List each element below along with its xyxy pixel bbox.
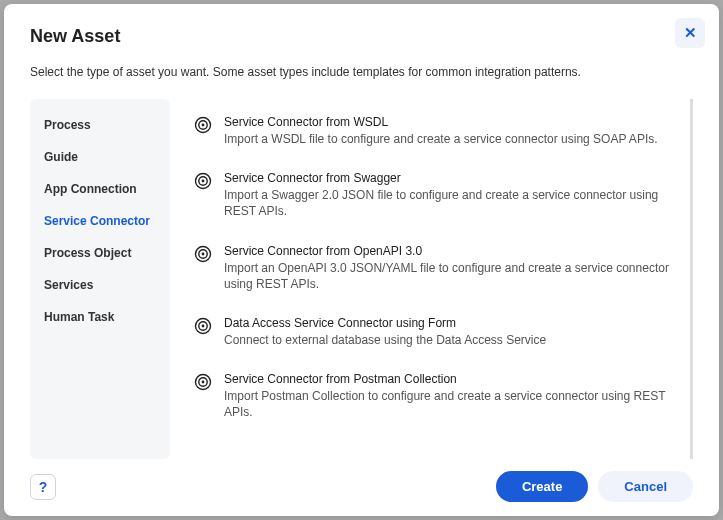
sidebar-item-human-task[interactable]: Human Task [30, 301, 170, 333]
svg-point-14 [202, 381, 205, 384]
sidebar-item-label: Services [44, 278, 93, 292]
target-icon [194, 317, 212, 335]
option-title: Data Access Service Connector using Form [224, 316, 670, 330]
sidebar-item-label: Process [44, 118, 91, 132]
svg-point-5 [202, 180, 205, 183]
sidebar-item-label: Guide [44, 150, 78, 164]
option-title: Service Connector from Swagger [224, 171, 670, 185]
target-icon [194, 116, 212, 134]
sidebar-item-label: App Connection [44, 182, 137, 196]
sidebar-item-service-connector[interactable]: Service Connector [30, 205, 170, 237]
option-desc: Connect to external database using the D… [224, 332, 670, 348]
option-swagger[interactable]: Service Connector from Swagger Import a … [194, 171, 670, 219]
option-wsdl[interactable]: Service Connector from WSDL Import a WSD… [194, 115, 670, 147]
sidebar-item-process[interactable]: Process [30, 109, 170, 141]
asset-type-sidebar: Process Guide App Connection Service Con… [30, 99, 170, 459]
sidebar-item-label: Human Task [44, 310, 114, 324]
create-button[interactable]: Create [496, 471, 588, 502]
option-text: Service Connector from WSDL Import a WSD… [224, 115, 670, 147]
option-text: Data Access Service Connector using Form… [224, 316, 670, 348]
option-data-access-form[interactable]: Data Access Service Connector using Form… [194, 316, 670, 348]
option-text: Service Connector from Postman Collectio… [224, 372, 670, 420]
help-button[interactable]: ? [30, 474, 56, 500]
svg-point-8 [202, 252, 205, 255]
svg-point-11 [202, 325, 205, 328]
option-desc: Import an OpenAPI 3.0 JSON/YAML file to … [224, 260, 670, 292]
sidebar-item-app-connection[interactable]: App Connection [30, 173, 170, 205]
footer-buttons: Create Cancel [496, 471, 693, 502]
dialog-footer: ? Create Cancel [30, 459, 693, 502]
option-text: Service Connector from OpenAPI 3.0 Impor… [224, 244, 670, 292]
sidebar-item-label: Service Connector [44, 214, 150, 228]
option-title: Service Connector from OpenAPI 3.0 [224, 244, 670, 258]
svg-point-2 [202, 124, 205, 127]
cancel-button[interactable]: Cancel [598, 471, 693, 502]
close-icon: ✕ [684, 24, 697, 42]
help-icon: ? [39, 479, 48, 495]
target-icon [194, 172, 212, 190]
dialog-title: New Asset [30, 26, 693, 47]
sidebar-item-services[interactable]: Services [30, 269, 170, 301]
new-asset-dialog: ✕ New Asset Select the type of asset you… [4, 4, 719, 516]
sidebar-item-process-object[interactable]: Process Object [30, 237, 170, 269]
target-icon [194, 373, 212, 391]
target-icon [194, 245, 212, 263]
sidebar-item-label: Process Object [44, 246, 131, 260]
option-desc: Import Postman Collection to configure a… [224, 388, 670, 420]
content-area: Process Guide App Connection Service Con… [30, 99, 693, 459]
option-text: Service Connector from Swagger Import a … [224, 171, 670, 219]
option-postman[interactable]: Service Connector from Postman Collectio… [194, 372, 670, 420]
option-desc: Import a WSDL file to configure and crea… [224, 131, 670, 147]
close-button[interactable]: ✕ [675, 18, 705, 48]
option-title: Service Connector from WSDL [224, 115, 670, 129]
option-title: Service Connector from Postman Collectio… [224, 372, 670, 386]
option-desc: Import a Swagger 2.0 JSON file to config… [224, 187, 670, 219]
option-openapi[interactable]: Service Connector from OpenAPI 3.0 Impor… [194, 244, 670, 292]
sidebar-item-guide[interactable]: Guide [30, 141, 170, 173]
option-list: Service Connector from WSDL Import a WSD… [194, 99, 693, 459]
dialog-subtitle: Select the type of asset you want. Some … [30, 65, 693, 79]
